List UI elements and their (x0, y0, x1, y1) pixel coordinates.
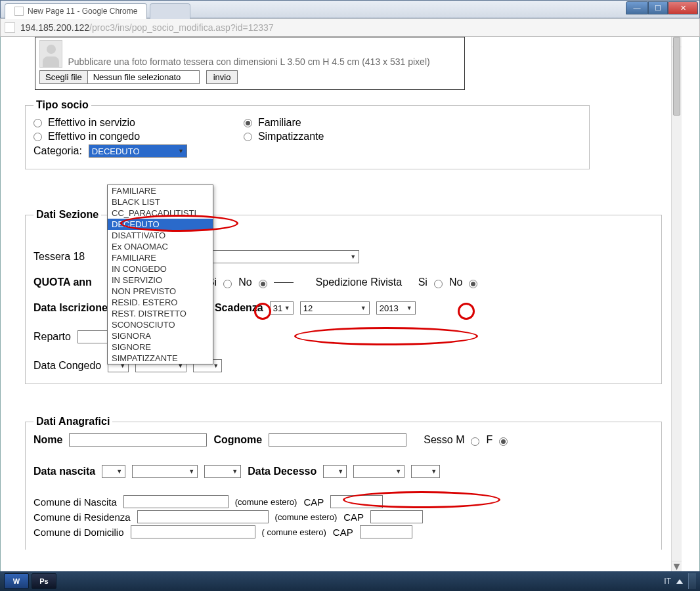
cognome-input[interactable] (269, 433, 406, 447)
window-titlebar: New Page 11 - Google Chrome — ☐ ✕ (0, 0, 700, 18)
choose-file-button[interactable]: Scegli file (39, 70, 88, 84)
dd-item[interactable]: FAMILIARE (108, 185, 213, 196)
url-text: 194.185.200.122/proc3/ins/pop_socio_modi… (20, 22, 274, 33)
rivista-label: Spedizione Rivista (316, 276, 403, 288)
taskbar-photoshop-icon[interactable]: Ps (32, 573, 56, 589)
tessera-select[interactable] (196, 250, 359, 263)
dd-item[interactable]: SIMPATIZZANTE (108, 353, 213, 364)
dati-anagrafici-fieldset: Dati Anagrafici Nome Cognome Sesso M F D… (25, 416, 662, 550)
window-maximize-button[interactable]: ☐ (648, 1, 668, 14)
scadenza-year-select[interactable]: 2013 (376, 301, 416, 315)
cap-residenza-input[interactable] (370, 510, 423, 523)
label-simpatizzante: Simpatizzante (258, 131, 324, 142)
dd-item[interactable]: RESID. ESTERO (108, 297, 213, 308)
comune-residenza-label: Comune di Residenza (33, 512, 131, 523)
cap-domicilio-input[interactable] (360, 525, 412, 538)
cap-nascita-input[interactable] (330, 495, 383, 508)
decesso-month-select[interactable] (353, 465, 405, 478)
dati-anagrafici-legend: Dati Anagrafici (33, 416, 112, 427)
browser-tab-inactive[interactable] (150, 3, 190, 19)
congedo-label: Data Congedo (33, 360, 101, 372)
nascita-label: Data nascita (33, 466, 95, 477)
dd-item[interactable]: SCONOSCIUTO (108, 319, 213, 330)
page-favicon-icon (14, 7, 24, 16)
radio-sesso-f[interactable] (499, 437, 508, 446)
cap-label-2: CAP (343, 512, 364, 523)
taskbar-word-icon[interactable]: W (4, 573, 29, 589)
radio-effettivo-servizio[interactable] (33, 119, 42, 127)
nascita-year-select[interactable] (204, 465, 241, 478)
comune-residenza-input[interactable] (137, 510, 269, 523)
dd-item[interactable]: NON PREVISTO (108, 286, 213, 297)
label-effettivo-congedo: Effettivo in congedo (48, 131, 140, 142)
sesso-f-label: F (486, 434, 492, 446)
scadenza-day-select[interactable]: 31 (270, 301, 294, 315)
comune-domicilio-input[interactable] (131, 525, 255, 538)
show-desktop-button[interactable] (688, 573, 696, 589)
decesso-day-select[interactable] (323, 465, 347, 478)
radio-sesso-m[interactable] (471, 437, 479, 446)
dd-item[interactable]: SIGNORA (108, 330, 213, 341)
rivista-no-label: No (449, 276, 462, 288)
nascita-day-select[interactable] (102, 465, 125, 478)
radio-familiare[interactable] (244, 119, 252, 127)
dati-sezione-legend: Dati Sezione (33, 209, 101, 221)
window-close-button[interactable]: ✕ (668, 1, 698, 14)
upload-submit-button[interactable]: invio (206, 70, 238, 84)
cap-label-1: CAP (303, 496, 324, 508)
page-viewport: Pubblicare una foto formato tessera con … (0, 37, 700, 571)
quota-label: QUOTA ann (33, 276, 92, 288)
nome-input[interactable] (69, 433, 207, 447)
taskbar-lang[interactable]: IT (664, 577, 671, 586)
taskbar: W Ps IT (0, 571, 700, 591)
nascita-month-select[interactable] (132, 465, 198, 478)
dd-item[interactable]: BLACK LIST (108, 196, 213, 208)
categoria-select[interactable]: DECEDUTO (89, 144, 187, 158)
categoria-dropdown[interactable]: FAMILIARE BLACK LIST CC_PARACADUTISTI DE… (107, 185, 213, 364)
dd-item[interactable]: DISATTIVATO (108, 230, 213, 241)
radio-quota-si[interactable] (223, 280, 232, 288)
comune-domicilio-label: Comune di Domicilio (33, 527, 124, 538)
decesso-label: Data Decesso (248, 466, 317, 477)
scroll-thumb[interactable] (673, 37, 680, 116)
dd-item-selected[interactable]: DECEDUTO (108, 219, 213, 230)
estero-label-1: (comune estero) (235, 497, 297, 507)
quota-no-label: No (238, 276, 252, 288)
photo-hint: Pubblicare una foto formato tessera con … (68, 56, 429, 67)
tipo-socio-fieldset: Tipo socio Effettivo in servizio Familia… (25, 99, 590, 169)
comune-nascita-input[interactable] (123, 495, 229, 508)
radio-rivista-si[interactable] (434, 280, 443, 288)
tessera-label: Tessera 18 (33, 251, 85, 263)
page-content: Pubblicare una foto formato tessera con … (18, 37, 682, 571)
dd-item[interactable]: IN SERVIZIO (108, 274, 213, 286)
dd-item[interactable]: FAMILIARE (108, 252, 213, 263)
tipo-socio-legend: Tipo socio (33, 99, 91, 111)
vertical-scrollbar[interactable]: ▲ ▼ (671, 37, 682, 571)
radio-rivista-no[interactable] (469, 280, 477, 288)
estero-label-3: ( comune estero) (262, 527, 326, 537)
cognome-label: Cognome (213, 434, 262, 446)
rivista-si-label: Si (418, 276, 427, 288)
sesso-m-label: Sesso M (424, 434, 464, 446)
address-bar[interactable]: 194.185.200.122/proc3/ins/pop_socio_modi… (0, 18, 700, 37)
dd-item[interactable]: CC_PARACADUTISTI (108, 208, 213, 219)
tab-title: New Page 11 - Google Chrome (28, 7, 137, 16)
decesso-year-select[interactable] (411, 465, 440, 478)
page-icon (5, 22, 15, 33)
radio-effettivo-congedo[interactable] (33, 133, 42, 141)
tray-arrow-icon[interactable] (676, 579, 683, 584)
dd-item[interactable]: SIGNORE (108, 341, 213, 353)
scroll-down-button[interactable]: ▼ (672, 561, 682, 571)
comune-nascita-label: Comune di Nascita (33, 496, 117, 508)
browser-tab-active[interactable]: New Page 11 - Google Chrome (5, 3, 147, 19)
scadenza-month-select[interactable]: 12 (300, 301, 370, 315)
radio-simpatizzante[interactable] (244, 133, 252, 141)
iscrizione-label: Data Iscrizione (33, 302, 108, 314)
file-name-label: Nessun file selezionato (88, 70, 200, 84)
dd-item[interactable]: Ex ONAOMAC (108, 241, 213, 252)
dd-item[interactable]: IN CONGEDO (108, 263, 213, 274)
window-minimize-button[interactable]: — (626, 1, 648, 14)
dd-item[interactable]: REST. DISTRETTO (108, 308, 213, 319)
cap-label-3: CAP (333, 527, 353, 538)
radio-quota-no[interactable] (259, 280, 267, 288)
